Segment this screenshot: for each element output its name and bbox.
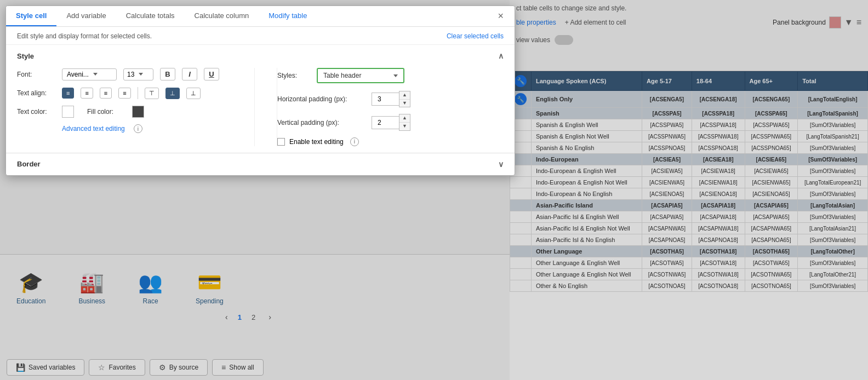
- advanced-text-info-icon[interactable]: i: [134, 124, 142, 133]
- align-center-button[interactable]: ≡: [81, 88, 93, 99]
- styles-value: Table header: [323, 72, 361, 79]
- right-column: Styles: Table header Horizontal padding …: [277, 68, 504, 146]
- text-align-label: Text align:: [17, 89, 55, 97]
- font-select-chevron: [93, 73, 98, 76]
- modal-header: Style cell Add variable Calculate totals…: [6, 6, 515, 27]
- horiz-padding-down[interactable]: ▼: [399, 100, 410, 107]
- col-divider: [254, 68, 255, 146]
- text-color-picker[interactable]: [62, 106, 74, 118]
- enable-text-editing-label: Enable text editing: [289, 138, 344, 146]
- clear-selected-cells-link[interactable]: Clear selected cells: [447, 32, 504, 40]
- vert-padding-up[interactable]: ▲: [399, 114, 410, 123]
- align-top-button[interactable]: ⊤: [145, 88, 159, 99]
- size-value: 13: [127, 71, 134, 78]
- align-left-button[interactable]: ≡: [62, 88, 74, 99]
- color-row: Text color: Fill color:: [17, 106, 243, 118]
- size-select-chevron: [139, 73, 143, 76]
- two-col-layout: Font: Aveni... 13 B I U: [17, 68, 504, 146]
- divider: [138, 87, 138, 99]
- enable-text-editing-checkbox[interactable]: [277, 138, 285, 146]
- styles-row: Styles: Table header: [277, 68, 504, 83]
- advanced-text-row: Advanced text editing i: [17, 124, 243, 133]
- horiz-padding-label: Horizontal padding (px):: [277, 95, 365, 103]
- horiz-padding-value[interactable]: 3: [372, 93, 399, 106]
- vertical-padding-row: Vertical padding (px): 2 ▲ ▼: [277, 114, 504, 130]
- border-section-chevron: ∨: [498, 160, 504, 169]
- text-align-row: Text align: ≡ ≡ ≡ ≡ ⊤ ⊥ ⊥: [17, 87, 243, 99]
- vert-padding-value[interactable]: 2: [372, 116, 399, 129]
- underline-button[interactable]: U: [204, 68, 219, 80]
- style-cell-modal: Style cell Add variable Calculate totals…: [5, 5, 515, 176]
- border-section-title: Border: [17, 160, 41, 168]
- align-middle-button[interactable]: ⊥: [165, 88, 180, 99]
- style-section-chevron: ∧: [498, 51, 504, 60]
- font-select[interactable]: Aveni...: [62, 68, 117, 80]
- font-row: Font: Aveni... 13 B I U: [17, 68, 243, 80]
- tab-modify-table[interactable]: Modify table: [259, 6, 317, 26]
- style-section-header[interactable]: Style ∧: [17, 51, 504, 60]
- font-label: Font:: [17, 71, 55, 78]
- border-section: Border ∨: [6, 153, 515, 175]
- modal-subtitle-row: Edit style and display format for select…: [6, 27, 515, 45]
- align-bottom-button[interactable]: ⊥: [186, 88, 201, 99]
- styles-label: Styles:: [277, 72, 310, 79]
- advanced-text-link[interactable]: Advanced text editing: [62, 125, 125, 133]
- text-color-label: Text color:: [17, 108, 55, 116]
- align-justify-button[interactable]: ≡: [118, 88, 130, 99]
- styles-dropdown-chevron: [393, 74, 398, 77]
- tab-style-cell[interactable]: Style cell: [6, 6, 56, 26]
- align-right-button[interactable]: ≡: [100, 88, 112, 99]
- tab-add-variable[interactable]: Add variable: [56, 6, 116, 26]
- style-section: Style ∧ Font: Aveni... 13: [6, 45, 515, 153]
- modal-subtitle: Edit style and display format for select…: [17, 32, 152, 40]
- border-section-header[interactable]: Border ∨: [6, 153, 515, 175]
- vert-padding-label: Vertical padding (px):: [277, 119, 365, 126]
- bold-button[interactable]: B: [160, 68, 175, 80]
- horiz-padding-spinner: ▲ ▼: [399, 91, 410, 107]
- vert-padding-spinner: ▲ ▼: [399, 114, 410, 130]
- modal-close-button[interactable]: ×: [493, 8, 508, 24]
- enable-text-info-icon[interactable]: i: [350, 137, 359, 146]
- horiz-padding-up[interactable]: ▲: [399, 91, 410, 100]
- left-column: Font: Aveni... 13 B I U: [17, 68, 243, 146]
- modal-overlay: Style cell Add variable Calculate totals…: [0, 0, 868, 380]
- horizontal-padding-row: Horizontal padding (px): 3 ▲ ▼: [277, 91, 504, 107]
- vert-padding-down[interactable]: ▼: [399, 123, 410, 130]
- tab-calculate-totals[interactable]: Calculate totals: [116, 6, 185, 26]
- tab-calculate-column[interactable]: Calculate column: [185, 6, 259, 26]
- fill-color-label: Fill color:: [87, 108, 125, 116]
- style-section-title: Style: [17, 52, 34, 60]
- font-value: Aveni...: [67, 71, 89, 78]
- vert-padding-input: 2 ▲ ▼: [372, 114, 410, 130]
- fill-color-picker[interactable]: [132, 106, 144, 118]
- enable-text-editing-row: Enable text editing i: [277, 137, 504, 146]
- size-select[interactable]: 13: [123, 68, 153, 80]
- italic-button[interactable]: I: [182, 68, 197, 80]
- styles-dropdown[interactable]: Table header: [317, 68, 404, 83]
- horiz-padding-input: 3 ▲ ▼: [372, 91, 410, 107]
